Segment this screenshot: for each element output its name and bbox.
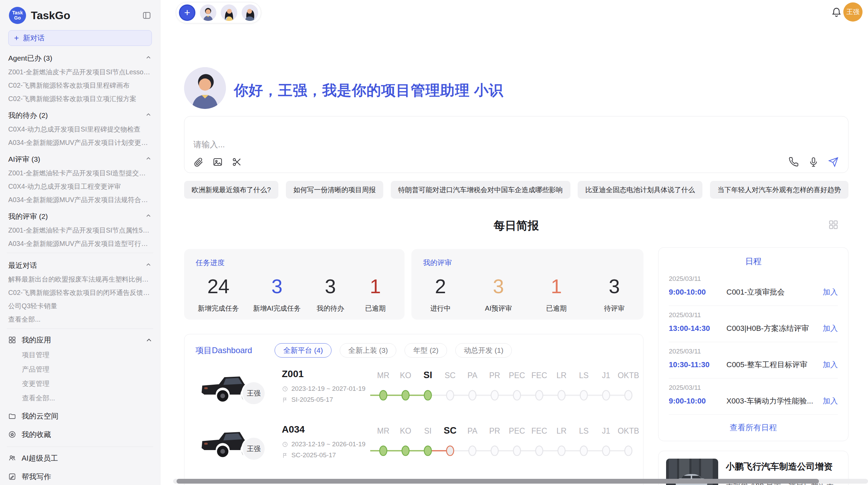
- chevron-up-icon[interactable]: [145, 336, 152, 343]
- sidebar: Task Go TaskGo + 新对话 Agent已办 (3)Z001-全新燃…: [0, 0, 160, 485]
- chat-input[interactable]: 请输入...: [184, 116, 848, 173]
- project-code: Z001: [282, 369, 369, 380]
- sidebar-section-title[interactable]: 我的待办 (2): [8, 111, 152, 120]
- chevron-up-icon[interactable]: [145, 54, 152, 63]
- avatar-woman-icon: [221, 4, 237, 21]
- collapse-sidebar-icon[interactable]: [142, 11, 151, 20]
- dashboard-filter-pill[interactable]: 动总开发 (1): [455, 343, 512, 358]
- chevron-up-icon[interactable]: [145, 261, 152, 270]
- sidebar-item[interactable]: Z001-全新燃油轻卡产品开发项目SI节点属性5D文件评审: [8, 226, 152, 235]
- project-flag-milestone: SI-2025-05-17: [282, 396, 369, 403]
- suggestion-chip[interactable]: 当下年轻人对汽车外观有怎样的喜好趋势: [710, 181, 848, 199]
- news-title: 小鹏飞行汽车制造公司增资: [726, 461, 841, 473]
- sidebar-item[interactable]: A034-全新新能源MUV产品开发项目计划变更表编写: [8, 138, 152, 147]
- phone-icon[interactable]: [788, 157, 799, 167]
- stat-value: 1: [360, 276, 391, 297]
- horizontal-scrollbar-thumb[interactable]: [177, 479, 819, 484]
- milestone-node: [580, 446, 588, 456]
- suggestion-chip[interactable]: 特朗普可能对进口汽车增税会对中国车企造成哪些影响: [391, 181, 570, 199]
- milestone-node: [514, 390, 521, 400]
- sidebar-item-ai-staff[interactable]: AI超级员工: [8, 450, 152, 465]
- dashboard-title: 项目Dashboard: [195, 345, 252, 356]
- add-agent-button[interactable]: +: [179, 4, 195, 21]
- suggestion-chip[interactable]: 比亚迪全固态电池计划具体说了什么: [578, 181, 702, 199]
- milestone-node: [558, 390, 565, 400]
- sidebar-app-item[interactable]: 查看全部...: [22, 391, 152, 405]
- view-all-schedule-link[interactable]: 查看所有日程: [669, 415, 838, 440]
- image-icon[interactable]: [213, 157, 223, 167]
- sidebar-item[interactable]: 公司Q3轻卡销量: [8, 302, 152, 310]
- sidebar-item[interactable]: C02-飞腾新能源轻客改款项目立项汇报方案: [8, 95, 152, 103]
- stat-item: 3待评审: [599, 276, 630, 313]
- sidebar-item[interactable]: Z001-全新燃油皮卡产品开发项目SI节点Lesson Learn报告: [8, 68, 152, 76]
- project-date-range: 2023-12-19 ~ 2027-01-19: [282, 385, 369, 393]
- sidebar-section-title[interactable]: AI评审 (3): [8, 154, 152, 164]
- project-row[interactable]: 王强A0342023-12-19 ~ 2026-01-19SC-2025-05-…: [184, 416, 643, 472]
- app-title: TaskGo: [31, 9, 137, 22]
- milestone-node: [424, 446, 432, 456]
- stat-row: 2进行中3AI预评审1已逾期3待评审: [423, 268, 632, 313]
- project-info: A0342023-12-19 ~ 2026-01-19SC-2025-05-17: [269, 422, 369, 459]
- sidebar-app-item[interactable]: 项目管理: [22, 348, 152, 362]
- sidebar-item-cloud-space[interactable]: 我的云空间: [8, 408, 152, 423]
- sidebar-app-item[interactable]: 变更管理: [22, 377, 152, 390]
- event-time: 10:30-11:30: [669, 360, 726, 369]
- dashboard-filter-pill[interactable]: 全新平台 (4): [275, 343, 331, 358]
- milestone-label: KO: [400, 371, 411, 380]
- suggestion-chip[interactable]: 欧洲新规最近颁布了什么?: [184, 181, 278, 199]
- project-date-range: 2023-12-19 ~ 2026-01-19: [282, 440, 369, 448]
- project-rows: 王强Z0012023-12-19 ~ 2027-01-19SI-2025-05-…: [184, 361, 643, 485]
- sidebar-item-writing[interactable]: 帮我写作: [8, 469, 152, 484]
- star-badge-icon: [8, 431, 16, 438]
- schedule-title: 日程: [669, 256, 838, 267]
- event-time: 13:00-14:30: [669, 324, 726, 333]
- new-chat-button[interactable]: + 新对话: [8, 30, 152, 46]
- microphone-icon[interactable]: [808, 157, 819, 167]
- milestone-track: MRKOSISCPAPRPECFECLRLSJ1OKTB: [369, 366, 643, 412]
- agent-avatar-bar: +: [176, 2, 261, 23]
- send-icon[interactable]: [828, 157, 839, 167]
- event-join-link[interactable]: 加入: [823, 287, 838, 297]
- clock-icon: [282, 441, 288, 448]
- sidebar-item[interactable]: A034-全新新能源MUV产品开发项目造型可行性评审: [8, 239, 152, 248]
- user-avatar[interactable]: 王强: [843, 2, 863, 22]
- sidebar-item[interactable]: 查看全部...: [8, 315, 152, 324]
- sidebar-app-item[interactable]: 产品管理: [22, 362, 152, 376]
- paperclip-icon[interactable]: [193, 157, 204, 167]
- event-join-link[interactable]: 加入: [823, 323, 838, 334]
- dashboard-filter-pill[interactable]: 全新上装 (3): [340, 343, 397, 358]
- scissors-icon[interactable]: [232, 157, 242, 167]
- sidebar-item[interactable]: A034-全新新能源MUV产品开发项目法规符合性评审: [8, 196, 152, 204]
- sidebar-section-title[interactable]: Agent已办 (3): [8, 53, 152, 63]
- sidebar-item[interactable]: 解释最新出台的欧盟报废车法规再生塑料比例被调至15%...: [8, 275, 152, 284]
- sidebar-item-my-apps[interactable]: 我的应用: [8, 332, 152, 347]
- chevron-up-icon[interactable]: [145, 212, 152, 221]
- notification-bell-icon[interactable]: [831, 7, 842, 18]
- chevron-up-icon[interactable]: [145, 155, 152, 164]
- milestone-node: [469, 390, 476, 400]
- sidebar-item[interactable]: C02-飞腾新能源轻客改款项目的闭环通告反馈情况: [8, 288, 152, 297]
- sidebar-section-title[interactable]: 最近对话: [8, 261, 152, 270]
- agent-avatar-3[interactable]: [242, 4, 258, 21]
- milestone-label: LS: [579, 426, 589, 435]
- sidebar-item-star-badge[interactable]: 我的收藏: [8, 427, 152, 442]
- project-row[interactable]: 王强Z0012023-12-19 ~ 2027-01-19SI-2025-05-…: [184, 361, 643, 416]
- layout-grid-icon[interactable]: [828, 220, 839, 230]
- agent-avatar-1[interactable]: [200, 4, 216, 21]
- stat-item: 3我的待办: [315, 276, 346, 313]
- sidebar-item[interactable]: C0X4-动力总成开发项目工程变更评审: [8, 182, 152, 191]
- sidebar-item[interactable]: Z001-全新燃油轻卡产品开发项目SI造型提交物评审: [8, 169, 152, 177]
- event-join-link[interactable]: 加入: [823, 396, 838, 406]
- event-join-link[interactable]: 加入: [823, 360, 838, 370]
- chevron-up-icon[interactable]: [145, 111, 152, 120]
- dashboard-filter-pill[interactable]: 年型 (2): [405, 343, 447, 358]
- project-car: 王强: [197, 422, 269, 465]
- horizontal-scrollbar-track[interactable]: [173, 479, 868, 484]
- sidebar-section-title[interactable]: 我的评审 (2): [8, 212, 152, 221]
- sidebar-item[interactable]: C0X4-动力总成开发项目SI里程碑提交物检查: [8, 125, 152, 134]
- agent-avatar-2[interactable]: [221, 4, 237, 21]
- my-review-card: 我的评审2进行中3AI预评审1已逾期3待评审: [411, 249, 643, 320]
- suggestion-chip[interactable]: 如何写一份清晰的项目周报: [286, 181, 383, 199]
- avatar-woman2-icon: [242, 4, 258, 21]
- sidebar-item[interactable]: C02-飞腾新能源轻客改款项目里程碑画布: [8, 81, 152, 90]
